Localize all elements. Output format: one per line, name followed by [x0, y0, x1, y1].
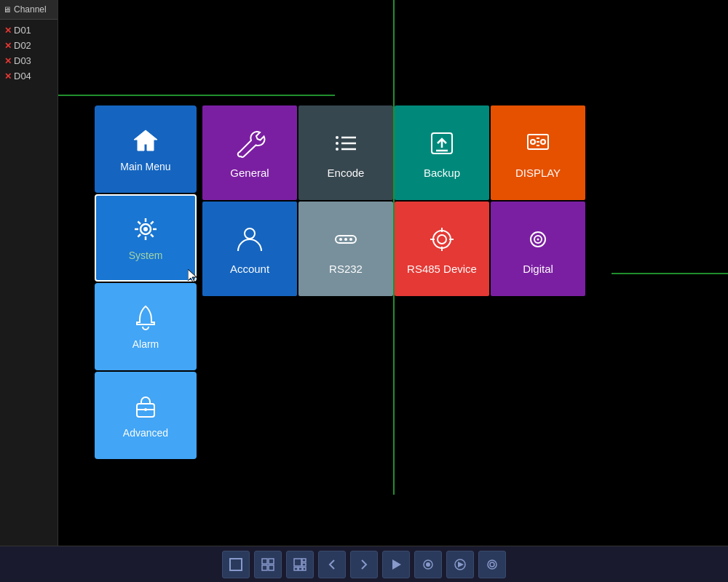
bag-icon — [131, 392, 160, 421]
svg-rect-48 — [294, 567, 298, 570]
svg-point-30 — [349, 238, 352, 241]
gear-icon — [131, 215, 160, 244]
alarm-button[interactable]: Alarm — [95, 283, 197, 370]
svg-point-22 — [541, 140, 545, 144]
sidebar-title: Channel — [14, 4, 47, 15]
svg-rect-45 — [294, 559, 301, 566]
backup-button[interactable]: Backup — [395, 105, 489, 200]
channel-label-d01: D01 — [14, 25, 31, 36]
svg-point-56 — [488, 560, 496, 569]
list-item: ✕ D03 — [4, 53, 53, 68]
digital-button[interactable]: Digital — [491, 202, 585, 296]
snapshot-button[interactable] — [478, 551, 506, 578]
left-menu-column: Main Menu — [95, 105, 197, 459]
svg-point-16 — [336, 148, 339, 151]
svg-rect-44 — [269, 565, 274, 570]
advanced-label: Advanced — [123, 427, 168, 439]
rs232-button[interactable]: RS232 — [298, 202, 393, 296]
encode-label: Encode — [328, 167, 365, 179]
svg-point-12 — [336, 136, 339, 139]
monitor-icon: 🖥 — [3, 5, 11, 14]
channel-status-d03: ✕ — [4, 56, 12, 66]
channel-label-d04: D04 — [14, 71, 31, 81]
menu-panel: Main Menu — [95, 105, 585, 459]
svg-marker-51 — [392, 559, 401, 570]
svg-point-26 — [245, 228, 255, 239]
rs232-label: RS232 — [329, 263, 363, 275]
account-button[interactable]: Account — [202, 202, 297, 296]
main-menu-button[interactable]: Main Menu — [95, 105, 197, 193]
svg-line-7 — [151, 234, 154, 237]
quad-view-button[interactable] — [254, 551, 282, 578]
svg-point-31 — [433, 231, 451, 248]
list-item: ✕ D02 — [4, 38, 53, 53]
record-button[interactable] — [414, 551, 442, 578]
svg-line-8 — [151, 221, 154, 224]
svg-point-39 — [537, 238, 539, 240]
list-item: ✕ D01 — [4, 23, 53, 38]
svg-point-14 — [336, 142, 339, 145]
account-label: Account — [230, 263, 269, 275]
svg-line-6 — [138, 221, 141, 224]
display-icon — [522, 127, 554, 159]
svg-rect-46 — [302, 559, 306, 562]
svg-rect-41 — [262, 559, 267, 564]
svg-point-11 — [144, 408, 147, 411]
channel-status-d02: ✕ — [4, 41, 12, 51]
taskbar — [0, 546, 728, 582]
svg-point-29 — [344, 238, 347, 241]
sidebar: 🖥 Channel ✕ D01 ✕ D02 ✕ D03 ✕ D04 — [0, 0, 58, 553]
home-icon — [131, 126, 160, 155]
svg-point-1 — [143, 227, 148, 231]
svg-point-53 — [426, 562, 430, 567]
encode-button[interactable]: Encode — [298, 105, 393, 200]
list-icon — [330, 127, 362, 159]
camera-icon — [522, 223, 554, 255]
channel-label-d03: D03 — [14, 55, 31, 66]
connector-icon — [330, 223, 362, 255]
right-grid-menu: General Encode — [202, 105, 585, 459]
person-icon — [234, 223, 266, 255]
rs485-label: RS485 Device — [407, 263, 477, 275]
svg-rect-43 — [262, 565, 267, 570]
backup-label: Backup — [424, 167, 460, 179]
svg-marker-55 — [458, 562, 464, 567]
rs485-button[interactable]: RS485 Device — [395, 202, 489, 296]
next-button[interactable] — [350, 551, 378, 578]
sidebar-header: 🖥 Channel — [0, 0, 58, 20]
camera-hline-top — [58, 95, 335, 96]
camera-hline-bottom — [612, 273, 728, 274]
general-button[interactable]: General — [202, 105, 297, 200]
list-item: ✕ D04 — [4, 68, 53, 84]
display-button[interactable]: DISPLAY — [491, 105, 585, 200]
general-label: General — [230, 167, 269, 179]
svg-point-28 — [339, 238, 342, 241]
svg-rect-47 — [302, 563, 306, 566]
bell-icon — [131, 303, 160, 332]
system-label: System — [129, 250, 163, 261]
single-view-button[interactable] — [222, 551, 250, 578]
channel-label-d02: D02 — [14, 40, 31, 51]
main-menu-label: Main Menu — [120, 161, 170, 172]
wrench-icon — [234, 127, 266, 159]
alarm-label: Alarm — [132, 338, 159, 350]
channel-list: ✕ D01 ✕ D02 ✕ D03 ✕ D04 — [0, 20, 58, 87]
svg-rect-50 — [303, 567, 306, 570]
multi-view-button[interactable] — [286, 551, 314, 578]
svg-rect-49 — [298, 567, 302, 570]
upload-icon — [426, 127, 458, 159]
system-button[interactable]: System — [95, 194, 197, 282]
svg-point-21 — [531, 140, 535, 144]
play-button[interactable] — [382, 551, 410, 578]
display-label: DISPLAY — [515, 167, 561, 179]
advanced-button[interactable]: Advanced — [95, 372, 197, 459]
svg-point-32 — [438, 235, 446, 244]
svg-rect-42 — [269, 559, 274, 564]
svg-point-57 — [490, 562, 494, 567]
playback-button[interactable] — [446, 551, 474, 578]
svg-line-9 — [138, 234, 141, 237]
prev-button[interactable] — [318, 551, 346, 578]
channel-status-d04: ✕ — [4, 71, 12, 81]
target-icon — [426, 223, 458, 255]
channel-status-d01: ✕ — [4, 25, 12, 36]
